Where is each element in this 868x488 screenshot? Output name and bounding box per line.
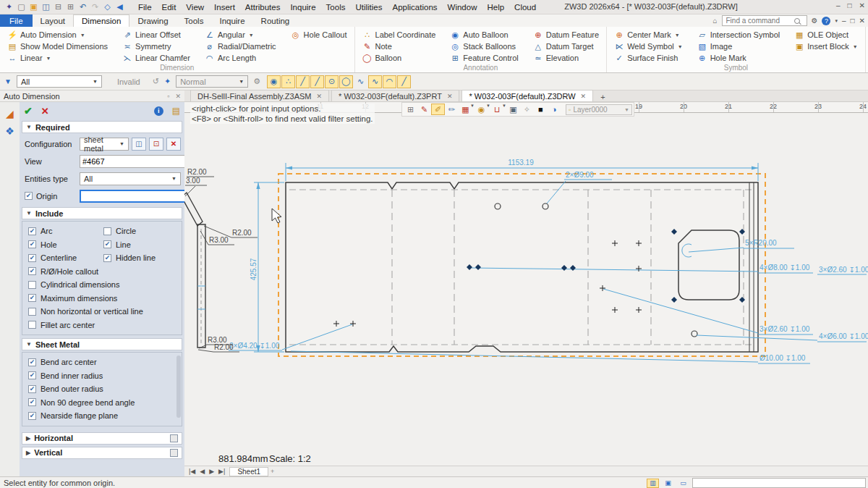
restore-icon[interactable]: □ — [848, 1, 852, 9]
checkbox-nearside-flange-plane[interactable]: ✔Nearside flange plane — [28, 409, 176, 423]
last-sheet-icon[interactable]: ▶| — [216, 468, 227, 475]
status-input[interactable] — [692, 478, 866, 488]
checkbox-circle[interactable]: Circle — [103, 224, 176, 238]
center-mark-button[interactable]: ⊕Center Mark▼ — [613, 29, 684, 41]
auto-balloon-button[interactable]: ◉Auto Balloon — [448, 29, 519, 41]
checkbox-r-hole-callout[interactable]: ✔R/Ø/Hole callout — [28, 265, 176, 279]
doc-restore-icon[interactable]: □ — [851, 17, 855, 25]
view-manager-icon[interactable]: ❖ — [0, 125, 20, 137]
regen-icon[interactable]: ◇ — [101, 2, 114, 12]
tab-inquire[interactable]: Inquire — [211, 14, 252, 27]
new-tab-icon[interactable]: + — [595, 93, 610, 101]
panel-close-icon[interactable]: ✕ — [175, 93, 181, 100]
menu-utilities[interactable]: Utilities — [350, 1, 387, 13]
entity-filter-combo[interactable]: All▼ — [17, 75, 102, 88]
copy-config-button[interactable]: ⊡ — [149, 138, 163, 151]
datum-feature-button[interactable]: ⊕Datum Feature — [532, 29, 600, 41]
snap-button-8[interactable]: ◠ — [383, 75, 396, 88]
spiral-icon[interactable]: ↺ — [153, 77, 159, 86]
ui-toggle-icon[interactable]: ▥ — [647, 479, 659, 488]
balloon-button[interactable]: ◯Balloon — [361, 52, 438, 64]
doc-tab--w032-003f-default-z3prt[interactable]: * W032-003F(default).Z3PRT✕ — [331, 90, 459, 101]
drawing-canvas[interactable]: 1112192021222324 ⊞✎✐✏▦▼◉▼⊔▼▣✧■◑ ◦ Layer0… — [184, 102, 868, 466]
help-icon[interactable]: ? — [822, 17, 830, 25]
feature-control-button[interactable]: ⊞Feature Control — [448, 52, 519, 64]
elevation-button[interactable]: ≃Elevation — [532, 52, 600, 64]
cancel-button[interactable]: ✕ — [41, 106, 49, 117]
linear-offset-button[interactable]: ⇗Linear Offset — [121, 29, 192, 41]
entities-type-combo[interactable]: All▼ — [80, 172, 181, 185]
canvas-tool-1-icon[interactable]: ✎ — [417, 104, 431, 115]
side-view[interactable] — [184, 193, 205, 348]
checkbox-non-horizontal-or-vertical-line[interactable]: Non horizontal or vertical line — [28, 305, 176, 319]
tab-layout[interactable]: Layout — [33, 14, 74, 27]
hole-mark-button[interactable]: ⊕Hole Mark — [696, 52, 782, 64]
save-file-icon[interactable]: ◫ — [40, 2, 52, 12]
flat-pattern[interactable] — [286, 182, 758, 352]
info-icon[interactable]: i — [154, 106, 163, 116]
configuration-combo[interactable]: sheet metal▼ — [80, 138, 129, 151]
style-combo[interactable]: Normal▼ — [176, 75, 248, 88]
sheet-tab[interactable]: Sheet1 — [229, 467, 268, 476]
window-layout-icon[interactable]: ▭ — [677, 479, 689, 488]
checkbox-maximum-dimensions[interactable]: ✔Maximum dimensions — [28, 292, 176, 306]
radial-diametric-button[interactable]: ⌀Radial/Diametric — [203, 41, 278, 52]
snap-button-3[interactable]: ╱ — [310, 75, 324, 88]
menu-applications[interactable]: Applications — [388, 1, 443, 13]
panel-scrollbar[interactable] — [176, 356, 181, 418]
menu-window[interactable]: Window — [443, 1, 482, 13]
gear-icon[interactable]: ⚙ — [812, 17, 818, 25]
tab-routing[interactable]: Routing — [253, 14, 298, 27]
export-icon[interactable]: ⊞ — [64, 2, 77, 12]
image-button[interactable]: ▧Image — [696, 41, 782, 52]
drawing-view[interactable]: 1153.19 425.57 2×Ø9.00 5×R20.00 4×Ø8.00 … — [184, 102, 868, 466]
linear-button[interactable]: ↔Linear▼ — [6, 52, 109, 64]
checkbox-arc[interactable]: ✔Arc — [28, 224, 103, 238]
intersection-symbol-button[interactable]: ▱Intersection Symbol — [696, 29, 782, 41]
tab-drawing[interactable]: Drawing — [129, 14, 176, 27]
surface-finish-button[interactable]: ✓Surface Finish — [613, 52, 684, 64]
section-vertical[interactable]: ▶Vertical — [22, 447, 182, 459]
ole-object-button[interactable]: ▦OLE Object — [793, 29, 859, 41]
snap-button-9[interactable]: ╱ — [397, 75, 411, 88]
snap-button-0[interactable]: ◉ — [267, 75, 281, 88]
horizontal-checkbox[interactable] — [170, 434, 178, 442]
snap-button-4[interactable]: ⊙ — [325, 75, 339, 88]
hole-callout-button[interactable]: ◎Hole Callout — [289, 29, 349, 41]
angular-button[interactable]: ∠Angular▼ — [203, 29, 278, 41]
insert-block-button[interactable]: ▣Insert Block▼ — [793, 41, 859, 52]
menu-tools[interactable]: Tools — [321, 1, 351, 13]
note-button[interactable]: ✎Note — [361, 41, 438, 52]
checkbox-bend-arc-center[interactable]: ✔Bend arc center — [28, 356, 176, 369]
checkbox-bend-outer-radius[interactable]: ✔Bend outer radius — [28, 382, 176, 396]
symmetry-button[interactable]: ≍Symmetry — [121, 41, 192, 52]
redo-icon[interactable]: ↷ — [89, 2, 101, 12]
next-sheet-icon[interactable]: ▶ — [207, 468, 216, 475]
origin-field[interactable] — [80, 190, 184, 203]
doc-tab--w032-003f-default-z3drw[interactable]: * W032-003F(default).Z3DRW✕ — [461, 90, 593, 101]
checkbox-hidden-line[interactable]: ✔Hidden line — [103, 251, 176, 265]
view-field[interactable] — [80, 155, 184, 168]
open-file-icon[interactable]: ▣ — [27, 2, 40, 12]
pencil-gear-icon[interactable]: ⚙ — [253, 77, 260, 86]
undo-icon[interactable]: ↶ — [77, 2, 89, 12]
snap-button-2[interactable]: ╱ — [296, 75, 310, 88]
page-icon[interactable]: ▤ — [172, 106, 180, 116]
canvas-tool-0-icon[interactable]: ⊞ — [404, 104, 417, 115]
tab-tools[interactable]: Tools — [176, 14, 212, 27]
back-icon[interactable]: ◀ — [114, 2, 126, 12]
book-icon[interactable]: ✦ — [164, 77, 171, 86]
canvas-tool-10-icon[interactable]: ◑ — [548, 104, 561, 115]
add-sheet-icon[interactable]: + — [268, 468, 276, 475]
new-file-icon[interactable]: ▢ — [15, 2, 27, 12]
label-coordinate-button[interactable]: ∴Label Coordinate — [361, 29, 438, 41]
show-model-dimensions-button[interactable]: ▤Show Model Dimensions — [6, 41, 109, 52]
checkbox-hole[interactable]: ✔Hole — [28, 238, 103, 252]
linear-chamfer-button[interactable]: ⋋Linear Chamfer — [121, 52, 192, 64]
snap-button-6[interactable]: ∿ — [354, 75, 367, 88]
section-required[interactable]: ▼Required — [22, 121, 182, 133]
panel-pin-icon[interactable]: ▫ — [167, 93, 169, 100]
doc-minimize-icon[interactable]: – — [842, 17, 846, 25]
checkbox-non-90-degree-bend-angle[interactable]: ✔Non 90 degree bend angle — [28, 396, 176, 410]
delete-config-button[interactable]: ✕ — [166, 138, 181, 151]
